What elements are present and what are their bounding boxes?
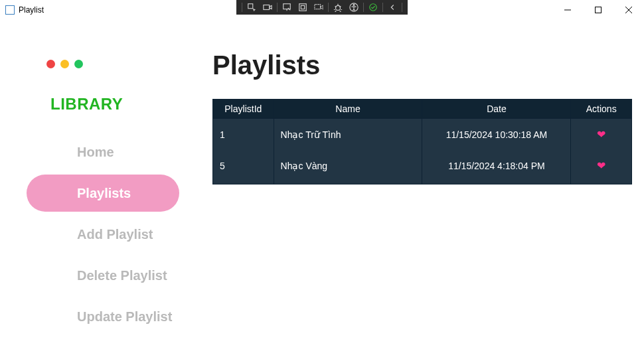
svg-rect-5 xyxy=(315,5,321,9)
maximize-button[interactable] xyxy=(583,0,613,20)
accessibility-icon[interactable] xyxy=(346,1,362,13)
minimize-button[interactable] xyxy=(552,0,583,20)
main-content: Playlists PlaylistId Name Date Actions 1… xyxy=(193,20,644,363)
svg-rect-3 xyxy=(299,4,307,11)
col-header-date[interactable]: Date xyxy=(422,100,571,119)
sidebar-item-delete-playlist[interactable]: Delete Playlist xyxy=(27,257,179,294)
sidebar-item-add-playlist[interactable]: Add Playlist xyxy=(27,216,179,253)
close-button[interactable] xyxy=(613,0,644,20)
window-titlebar: Playlist xyxy=(0,0,644,20)
page-title: Playlists xyxy=(212,50,632,80)
col-header-actions[interactable]: Actions xyxy=(571,100,632,119)
box-model-icon[interactable] xyxy=(295,1,311,13)
svg-point-8 xyxy=(353,5,355,6)
debug-toolbar xyxy=(236,0,408,15)
traffic-red-icon xyxy=(46,60,55,68)
table-header-row: PlaylistId Name Date Actions xyxy=(213,100,632,119)
camera-icon[interactable] xyxy=(260,1,276,13)
cell-id: 1 xyxy=(213,119,274,151)
library-heading: LIBRARY xyxy=(0,95,193,113)
col-header-name[interactable]: Name xyxy=(274,100,422,119)
sidebar-item-label: Update Playlist xyxy=(77,309,172,325)
playlists-table: PlaylistId Name Date Actions 1 Nhạc Trữ … xyxy=(212,99,632,184)
heart-icon[interactable]: ❤ xyxy=(597,129,605,140)
svg-rect-1 xyxy=(264,5,270,10)
traffic-yellow-icon xyxy=(60,60,69,68)
sidebar-item-label: Delete Playlist xyxy=(77,268,167,283)
window-title: Playlist xyxy=(19,5,44,15)
sidebar-item-label: Playlists xyxy=(77,186,131,201)
validate-ok-icon[interactable] xyxy=(365,1,381,13)
sidebar-item-home[interactable]: Home xyxy=(27,133,179,171)
cell-name: Nhạc Vàng xyxy=(274,150,422,184)
table-row[interactable]: 1 Nhạc Trữ Tình 11/15/2024 10:30:18 AM ❤ xyxy=(213,119,632,151)
traffic-green-icon xyxy=(74,60,83,68)
collapse-icon[interactable] xyxy=(384,1,400,13)
sidebar-item-label: Add Playlist xyxy=(77,227,153,242)
col-header-id[interactable]: PlaylistId xyxy=(213,100,274,119)
sidebar: LIBRARY Home Playlists Add Playlist Dele… xyxy=(0,20,193,363)
traffic-lights xyxy=(0,60,193,68)
sidebar-item-label: Home xyxy=(77,145,114,160)
svg-rect-10 xyxy=(596,7,602,13)
svg-rect-0 xyxy=(248,4,253,9)
cell-date: 11/15/2024 10:30:18 AM xyxy=(422,119,571,151)
app-icon xyxy=(5,5,15,15)
sidebar-item-playlists[interactable]: Playlists xyxy=(27,175,179,212)
svg-rect-2 xyxy=(283,4,291,9)
cell-date: 11/15/2024 4:18:04 PM xyxy=(422,150,571,184)
svg-point-6 xyxy=(336,5,341,10)
bug-icon[interactable] xyxy=(330,1,346,13)
cell-name: Nhạc Trữ Tình xyxy=(274,119,422,151)
pointer-select-icon[interactable] xyxy=(279,1,295,13)
table-row[interactable]: 5 Nhạc Vàng 11/15/2024 4:18:04 PM ❤ xyxy=(213,150,632,184)
select-element-icon[interactable] xyxy=(244,1,260,13)
heart-icon[interactable]: ❤ xyxy=(597,160,605,171)
sidebar-item-update-playlist[interactable]: Update Playlist xyxy=(27,298,179,335)
svg-point-9 xyxy=(370,4,377,11)
svg-rect-4 xyxy=(301,5,304,9)
layout-inspect-icon[interactable] xyxy=(311,1,327,13)
cell-id: 5 xyxy=(213,150,274,184)
